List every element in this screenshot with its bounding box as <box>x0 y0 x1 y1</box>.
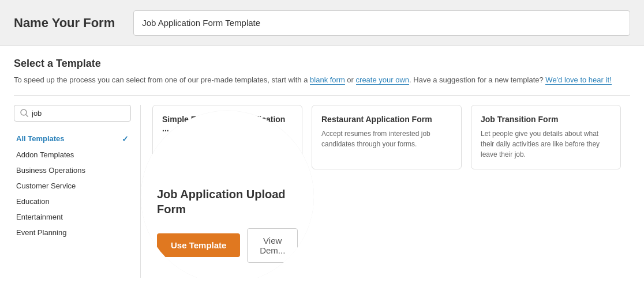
sidebar-item-label: All Templates <box>16 134 65 143</box>
sidebar-item-business-operations[interactable]: Business Operations <box>14 162 131 178</box>
sidebar: All Templates ✓ Addon Templates Business… <box>14 105 141 278</box>
hear-it-link[interactable]: We'd love to hear it! <box>545 75 611 85</box>
blank-form-link[interactable]: blank form <box>310 75 345 85</box>
sidebar-item-label: Event Planning <box>16 228 66 237</box>
search-icon <box>20 109 28 117</box>
search-input[interactable] <box>32 109 125 118</box>
svg-line-1 <box>26 115 28 117</box>
sidebar-item-label: Customer Service <box>16 182 76 190</box>
sidebar-item-customer-service[interactable]: Customer Service <box>14 178 131 194</box>
sidebar-item-label: Business Operations <box>16 166 85 175</box>
sidebar-item-addon-templates[interactable]: Addon Templates <box>14 147 131 162</box>
templates-area: Simple Employment Application ... Get mo… <box>141 105 630 278</box>
search-box[interactable] <box>14 105 131 122</box>
zoom-card-buttons: Use Template View Dem... <box>157 228 298 263</box>
card-desc-3: Let people give you details about what t… <box>481 129 611 160</box>
sidebar-item-label: Addon Templates <box>16 150 74 159</box>
sidebar-item-label: Entertainment <box>16 213 63 221</box>
template-card-2[interactable]: Restaurant Application Form Accept resum… <box>312 105 462 169</box>
sidebar-item-education[interactable]: Education <box>14 194 131 209</box>
section-divider <box>14 95 630 96</box>
content-row: All Templates ✓ Addon Templates Business… <box>14 105 630 278</box>
form-name-label: Name Your Form <box>14 16 115 31</box>
top-bar: Name Your Form Job Application Form Temp… <box>0 0 644 46</box>
template-card-3[interactable]: Job Transition Form Let people give you … <box>471 105 621 169</box>
zoom-overlay-card: Job Application Upload Form Use Template… <box>141 111 314 278</box>
section-title: Select a Template <box>14 58 630 70</box>
use-template-button[interactable]: Use Template <box>157 233 240 257</box>
sidebar-item-all-templates[interactable]: All Templates ✓ <box>14 131 131 147</box>
view-demo-button[interactable]: View Dem... <box>247 228 298 263</box>
create-your-own-link[interactable]: create your own <box>356 75 410 85</box>
sidebar-item-event-planning[interactable]: Event Planning <box>14 225 131 240</box>
main-content: Select a Template To speed up the proces… <box>0 46 644 291</box>
sidebar-item-label: Education <box>16 197 50 206</box>
form-name-input[interactable]: Job Application Form Template <box>133 10 630 36</box>
card-title-3: Job Transition Form <box>481 115 611 124</box>
section-description: To speed up the process you can select f… <box>14 74 630 86</box>
card-title-2: Restaurant Application Form <box>321 115 452 124</box>
zoom-card-title: Job Application Upload Form <box>157 187 298 217</box>
sidebar-item-entertainment[interactable]: Entertainment <box>14 209 131 225</box>
checkmark-icon: ✓ <box>122 134 129 143</box>
card-desc-2: Accept resumes from interested job candi… <box>321 129 452 149</box>
